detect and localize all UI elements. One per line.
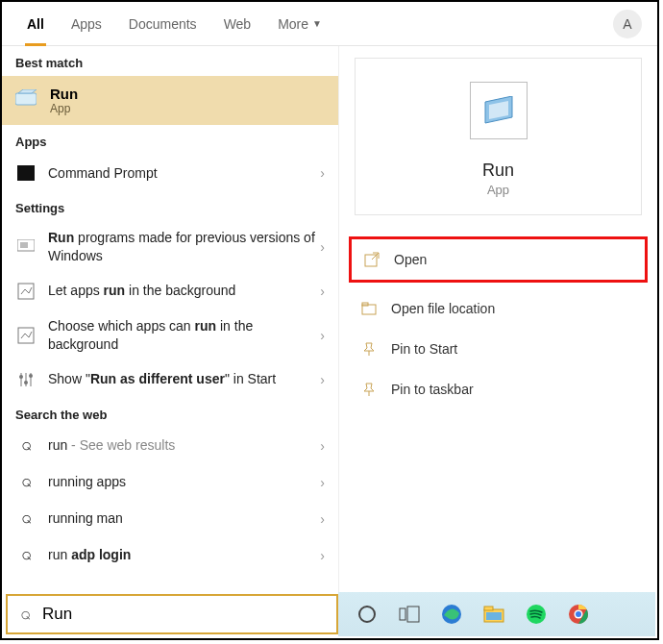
setting-text: Choose which apps can run in the backgro… <box>48 317 320 354</box>
app-name: Command Prompt <box>48 164 320 183</box>
chevron-right-icon: › <box>320 511 325 527</box>
tab-label: Documents <box>129 16 197 32</box>
action-label: Open <box>394 252 427 267</box>
svg-rect-2 <box>17 165 35 181</box>
tab-label: Web <box>224 16 252 32</box>
setting-text: Show "Run as different user" in Start <box>48 370 320 388</box>
search-icon <box>15 472 37 493</box>
best-match-sub: App <box>50 102 78 115</box>
svg-rect-21 <box>407 607 419 622</box>
svg-rect-24 <box>484 607 493 610</box>
action-pin-taskbar[interactable]: Pin to taskbar <box>349 369 648 409</box>
chevron-right-icon: › <box>320 372 325 387</box>
svg-point-19 <box>359 607 375 622</box>
web-result[interactable]: run adp login › <box>2 537 338 574</box>
details-title: Run <box>356 161 641 181</box>
search-input[interactable] <box>42 605 336 624</box>
best-match-row[interactable]: Run App <box>2 76 338 125</box>
svg-point-10 <box>19 375 23 379</box>
svg-point-29 <box>576 611 581 617</box>
web-text: run adp login <box>48 546 320 564</box>
app-command-prompt[interactable]: Command Prompt › <box>2 155 338 191</box>
open-icon <box>361 249 382 270</box>
svg-rect-4 <box>20 242 28 248</box>
web-result[interactable]: running man › <box>2 501 338 537</box>
svg-point-12 <box>29 374 33 378</box>
taskbar <box>338 592 655 636</box>
tab-apps[interactable]: Apps <box>58 2 115 45</box>
svg-marker-1 <box>18 89 37 93</box>
run-large-icon <box>470 82 528 139</box>
web-result[interactable]: run - See web results › <box>2 428 338 464</box>
tab-more[interactable]: More▼ <box>264 2 335 45</box>
action-label: Pin to Start <box>391 341 457 357</box>
app-icon <box>15 281 37 302</box>
sliders-icon <box>15 369 37 390</box>
task-view-icon[interactable] <box>398 603 421 626</box>
svg-rect-5 <box>18 284 34 299</box>
section-web: Search the web <box>2 398 338 428</box>
details-actions: Open Open file location Pin to Start Pin… <box>339 236 657 409</box>
folder-icon <box>358 298 380 319</box>
run-app-icon <box>15 89 38 112</box>
setting-text: Let apps run in the background <box>48 282 320 300</box>
web-result[interactable]: running apps › <box>2 464 338 501</box>
tab-web[interactable]: Web <box>210 2 265 45</box>
edge-icon[interactable] <box>440 603 463 626</box>
svg-rect-25 <box>486 612 502 620</box>
svg-rect-6 <box>18 328 34 343</box>
svg-rect-20 <box>400 608 405 620</box>
search-icon <box>15 435 37 457</box>
spotify-icon[interactable] <box>525 603 548 626</box>
setting-run-as-different-user[interactable]: Show "Run as different user" in Start › <box>2 361 338 398</box>
file-explorer-icon[interactable] <box>482 603 505 626</box>
svg-line-16 <box>372 253 379 260</box>
setting-text: Run programs made for previous versions … <box>48 229 320 265</box>
action-label: Open file location <box>391 301 495 316</box>
search-icon <box>8 605 42 625</box>
cortana-icon[interactable] <box>356 603 379 626</box>
details-panel: Run App Open Open file location Pin to S… <box>338 46 657 594</box>
chevron-right-icon: › <box>320 438 325 454</box>
app-icon <box>15 325 37 346</box>
chrome-icon[interactable] <box>567 603 590 626</box>
chevron-right-icon: › <box>320 284 325 299</box>
pin-icon <box>358 379 380 400</box>
setting-compat[interactable]: Run programs made for previous versions … <box>2 221 338 273</box>
web-text: running apps <box>48 473 320 491</box>
tab-documents[interactable]: Documents <box>115 2 210 45</box>
search-box[interactable] <box>6 594 338 634</box>
results-panel: Best match Run App Apps Command Prompt ›… <box>2 46 338 594</box>
svg-rect-0 <box>15 93 37 105</box>
setting-choose-bg-apps[interactable]: Choose which apps can run in the backgro… <box>2 310 338 361</box>
search-icon <box>15 545 37 566</box>
best-match-title: Run <box>50 86 78 102</box>
section-settings: Settings <box>2 191 338 221</box>
chevron-right-icon: › <box>320 165 325 181</box>
pin-icon <box>358 338 380 359</box>
tab-label: Apps <box>71 16 102 32</box>
chevron-right-icon: › <box>320 328 325 343</box>
details-sub: App <box>356 183 641 197</box>
setting-bg-apps[interactable]: Let apps run in the background › <box>2 273 338 310</box>
section-apps: Apps <box>2 125 338 155</box>
action-pin-start[interactable]: Pin to Start <box>349 329 648 369</box>
avatar-initial: A <box>623 16 631 32</box>
cmd-icon <box>15 162 37 184</box>
compat-icon <box>15 236 37 258</box>
chevron-right-icon: › <box>320 239 325 255</box>
chevron-right-icon: › <box>320 548 325 563</box>
tab-all[interactable]: All <box>13 2 58 45</box>
web-text: run - See web results <box>48 436 320 455</box>
bottom-bar <box>4 592 655 636</box>
web-text: running man <box>48 509 320 528</box>
user-avatar[interactable]: A <box>613 10 642 38</box>
action-open-file-location[interactable]: Open file location <box>349 288 648 329</box>
details-card: Run App <box>355 58 642 215</box>
action-label: Pin to taskbar <box>391 382 474 397</box>
chevron-right-icon: › <box>320 475 325 490</box>
tabs-bar: All Apps Documents Web More▼ A <box>2 2 657 46</box>
search-icon <box>15 508 37 530</box>
tab-label: All <box>27 16 44 32</box>
action-open[interactable]: Open <box>349 236 648 283</box>
